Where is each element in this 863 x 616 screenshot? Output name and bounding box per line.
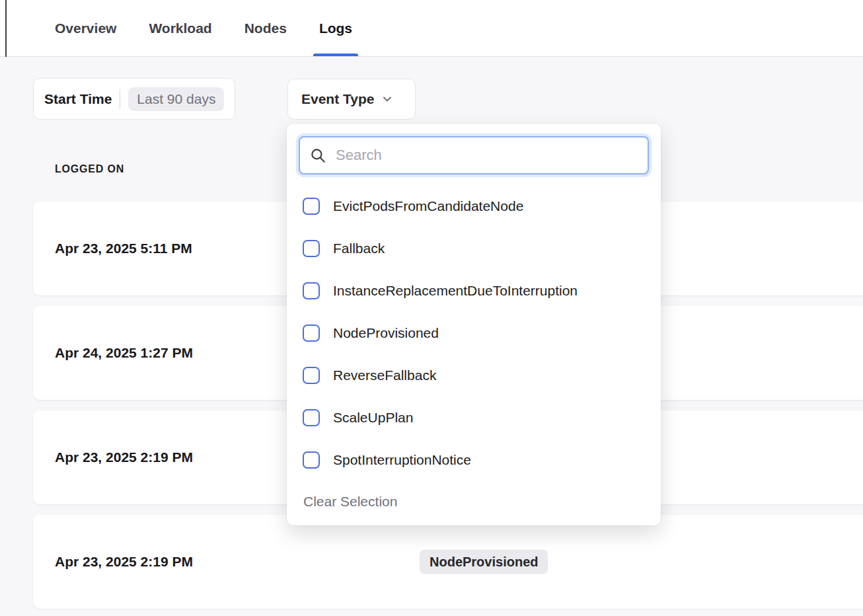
option-nodeprovisioned[interactable]: NodeProvisioned bbox=[299, 312, 649, 354]
table-row[interactable]: Apr 23, 2025 2:19 PM NodeProvisioned bbox=[33, 515, 863, 609]
option-fallback[interactable]: Fallback bbox=[299, 227, 649, 270]
search-icon bbox=[309, 147, 326, 164]
option-instancereplacementduetointerruption[interactable]: InstanceReplacementDueToInterruption bbox=[299, 270, 649, 312]
clear-selection-button[interactable]: Clear Selection bbox=[299, 494, 649, 510]
option-label: SpotInterruptionNotice bbox=[333, 452, 471, 468]
option-label: NodeProvisioned bbox=[333, 325, 439, 341]
option-reversefallback[interactable]: ReverseFallback bbox=[299, 354, 649, 397]
option-spotinterruptionnotice[interactable]: SpotInterruptionNotice bbox=[299, 439, 649, 481]
checkbox-icon[interactable] bbox=[303, 240, 320, 257]
checkbox-icon[interactable] bbox=[303, 409, 320, 426]
checkbox-icon[interactable] bbox=[303, 367, 320, 384]
tab-nodes[interactable]: Nodes bbox=[244, 0, 287, 56]
filter-divider bbox=[120, 89, 120, 109]
tab-logs[interactable]: Logs bbox=[319, 0, 352, 56]
option-label: Fallback bbox=[333, 241, 385, 256]
option-evictpodsfromcandidatenode[interactable]: EvictPodsFromCandidateNode bbox=[299, 185, 649, 227]
event-type-options-list: EvictPodsFromCandidateNode Fallback Inst… bbox=[299, 185, 649, 481]
event-type-label: Event Type bbox=[301, 91, 374, 107]
tab-bar: Overview Workload Nodes Logs bbox=[0, 0, 863, 57]
logged-on-cell: Apr 24, 2025 1:27 PM bbox=[55, 345, 193, 361]
logged-on-cell: Apr 23, 2025 2:19 PM bbox=[55, 449, 193, 465]
event-type-dropdown-panel: EvictPodsFromCandidateNode Fallback Inst… bbox=[287, 124, 661, 525]
checkbox-icon[interactable] bbox=[303, 198, 320, 215]
start-time-filter-button[interactable]: Start Time Last 90 days bbox=[33, 78, 235, 120]
search-input[interactable] bbox=[334, 146, 638, 165]
start-time-label: Start Time bbox=[44, 91, 112, 107]
option-label: ReverseFallback bbox=[333, 367, 436, 383]
start-time-value-badge: Last 90 days bbox=[128, 87, 224, 111]
logged-on-cell: Apr 23, 2025 5:11 PM bbox=[55, 241, 192, 256]
option-label: ScaleUpPlan bbox=[333, 410, 413, 426]
left-edge-divider bbox=[5, 0, 7, 57]
chevron-down-icon bbox=[382, 94, 393, 104]
tab-workload[interactable]: Workload bbox=[149, 0, 211, 56]
event-type-badge: NodeProvisioned bbox=[420, 550, 548, 574]
checkbox-icon[interactable] bbox=[303, 282, 320, 299]
option-label: InstanceReplacementDueToInterruption bbox=[333, 283, 578, 299]
logged-on-cell: Apr 23, 2025 2:19 PM bbox=[55, 554, 193, 570]
dropdown-search-box[interactable] bbox=[299, 136, 649, 174]
option-scaleupplan[interactable]: ScaleUpPlan bbox=[299, 397, 649, 439]
checkbox-icon[interactable] bbox=[303, 325, 320, 342]
event-type-filter-button[interactable]: Event Type bbox=[287, 79, 416, 120]
option-label: EvictPodsFromCandidateNode bbox=[333, 198, 523, 214]
tab-overview[interactable]: Overview bbox=[55, 0, 116, 56]
column-header-logged-on: LOGGED ON bbox=[55, 163, 124, 175]
checkbox-icon[interactable] bbox=[303, 451, 320, 469]
